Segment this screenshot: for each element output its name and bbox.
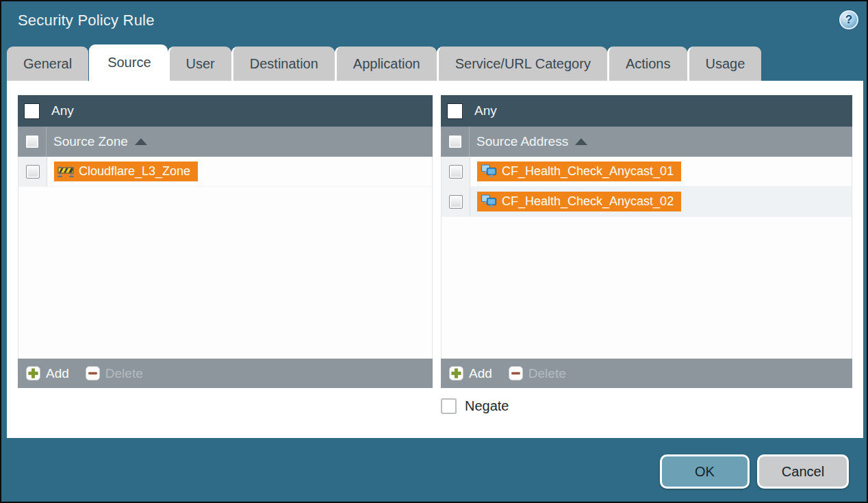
source-zone-footer: Add Delete xyxy=(18,359,433,388)
ok-button[interactable]: OK xyxy=(660,454,750,489)
tab-actions[interactable]: Actions xyxy=(607,47,687,81)
source-address-select-all-cell xyxy=(441,127,470,157)
source-zone-select-all-checkbox[interactable] xyxy=(25,135,39,149)
sort-ascending-icon[interactable] xyxy=(135,138,147,145)
row-checkbox[interactable] xyxy=(449,165,463,179)
delete-button-label: Delete xyxy=(105,366,143,381)
table-row[interactable]: CF_Health_Check_Anycast_01 xyxy=(442,157,852,187)
delete-icon xyxy=(86,366,100,381)
help-icon[interactable]: ? xyxy=(839,10,858,29)
address-icon xyxy=(481,164,497,179)
source-zone-column-header[interactable]: Source Zone xyxy=(18,127,433,157)
delete-button-label: Delete xyxy=(528,366,566,381)
source-address-column-header[interactable]: Source Address xyxy=(441,127,852,157)
zone-entry-cloudflare-l3-zone[interactable]: Cloudflare_L3_Zone xyxy=(54,162,198,181)
negate-label: Negate xyxy=(465,398,509,414)
source-address-list: CF_Health_Check_Anycast_01 xyxy=(441,157,852,359)
source-zone-any-label: Any xyxy=(51,103,74,118)
source-zone-add-button[interactable]: Add xyxy=(26,366,69,381)
zone-icon xyxy=(58,166,74,178)
source-address-footer: Add Delete xyxy=(441,359,852,388)
zone-entry-label: Cloudflare_L3_Zone xyxy=(79,164,190,179)
add-button-label: Add xyxy=(46,366,69,381)
source-zone-select-all-cell xyxy=(18,127,47,157)
tab-source[interactable]: Source xyxy=(89,44,167,81)
tab-application[interactable]: Application xyxy=(335,47,437,81)
cancel-button[interactable]: Cancel xyxy=(757,454,849,489)
address-icon xyxy=(481,194,497,209)
source-zone-column-label: Source Zone xyxy=(53,134,128,149)
tab-destination[interactable]: Destination xyxy=(231,47,335,81)
source-zone-any-header: Any xyxy=(18,95,433,127)
negate-option: Negate xyxy=(441,398,509,414)
row-checkbox-cell xyxy=(18,157,47,186)
security-policy-rule-dialog: Security Policy Rule ? General Source Us… xyxy=(0,0,868,503)
tab-general[interactable]: General xyxy=(7,47,88,81)
tab-service-url-category[interactable]: Service/URL Category xyxy=(437,47,607,81)
source-zone-any-checkbox[interactable] xyxy=(24,103,40,119)
add-icon xyxy=(449,366,463,381)
source-zone-delete-button[interactable]: Delete xyxy=(86,366,143,381)
source-address-any-checkbox[interactable] xyxy=(447,103,463,119)
sort-ascending-icon[interactable] xyxy=(575,138,587,145)
row-checkbox[interactable] xyxy=(449,195,463,209)
address-entry-anycast-02[interactable]: CF_Health_Check_Anycast_02 xyxy=(477,192,681,211)
address-entry-label: CF_Health_Check_Anycast_01 xyxy=(502,164,674,179)
tab-bar: General Source User Destination Applicat… xyxy=(7,44,761,81)
source-address-panel: Any Source Address xyxy=(441,95,852,388)
source-address-add-button[interactable]: Add xyxy=(449,366,492,381)
tab-usage[interactable]: Usage xyxy=(687,47,762,81)
source-tab-content: Any Source Zone xyxy=(7,81,863,438)
row-checkbox-cell xyxy=(442,157,470,186)
address-entry-label: CF_Health_Check_Anycast_02 xyxy=(502,194,674,209)
source-address-select-all-checkbox[interactable] xyxy=(448,135,462,149)
dialog-title: Security Policy Rule xyxy=(18,12,155,29)
source-zone-panel: Any Source Zone xyxy=(18,95,433,388)
source-address-column-label: Source Address xyxy=(476,134,568,149)
add-icon xyxy=(26,366,40,381)
row-checkbox[interactable] xyxy=(26,165,40,179)
table-row[interactable]: Cloudflare_L3_Zone xyxy=(18,157,432,187)
add-button-label: Add xyxy=(469,366,492,381)
row-checkbox-cell xyxy=(442,187,470,216)
tab-user[interactable]: User xyxy=(168,47,231,81)
negate-checkbox[interactable] xyxy=(441,398,457,414)
delete-icon xyxy=(509,366,523,381)
source-address-delete-button[interactable]: Delete xyxy=(509,366,566,381)
source-zone-list: Cloudflare_L3_Zone xyxy=(18,157,433,359)
table-row[interactable]: CF_Health_Check_Anycast_02 xyxy=(442,187,852,217)
address-entry-anycast-01[interactable]: CF_Health_Check_Anycast_01 xyxy=(477,162,681,181)
source-address-any-header: Any xyxy=(441,95,852,127)
source-address-any-label: Any xyxy=(474,103,497,118)
